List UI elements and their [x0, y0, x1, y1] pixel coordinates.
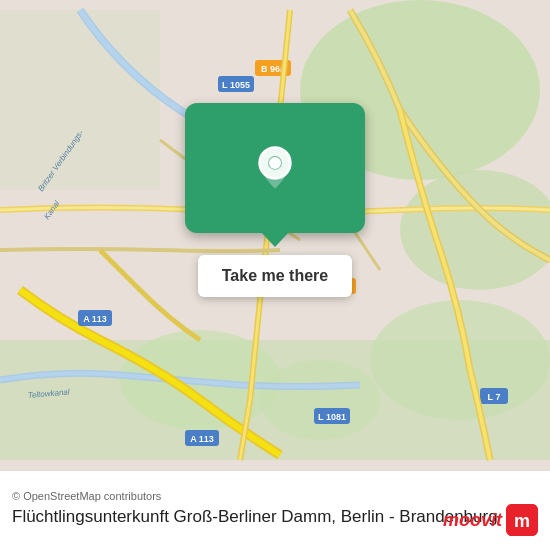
svg-point-5 — [260, 360, 380, 440]
svg-text:L 7: L 7 — [488, 392, 501, 402]
map-container: A 113 A 113 A 113 B 96a L 1055 B 96a L 1… — [0, 0, 550, 470]
moovit-text: moovit — [443, 510, 502, 531]
moovit-logo: moovit m — [443, 504, 538, 536]
svg-text:L 1081: L 1081 — [318, 412, 346, 422]
popup-card: Take me there — [185, 103, 365, 297]
take-me-there-button[interactable]: Take me there — [198, 255, 352, 297]
moovit-icon: m — [506, 504, 538, 536]
copyright-row: © OpenStreetMap contributors — [12, 490, 538, 502]
svg-point-30 — [269, 157, 281, 169]
location-pin-icon — [251, 144, 299, 192]
svg-text:L 1055: L 1055 — [222, 80, 250, 90]
copyright-text: © OpenStreetMap contributors — [12, 490, 161, 502]
svg-rect-7 — [0, 10, 160, 190]
svg-text:m: m — [514, 511, 530, 531]
footer: © OpenStreetMap contributors Flüchtlings… — [0, 470, 550, 550]
svg-text:A 113: A 113 — [83, 314, 107, 324]
svg-text:A 113: A 113 — [190, 434, 214, 444]
app: A 113 A 113 A 113 B 96a L 1055 B 96a L 1… — [0, 0, 550, 550]
popup-bubble — [185, 103, 365, 233]
